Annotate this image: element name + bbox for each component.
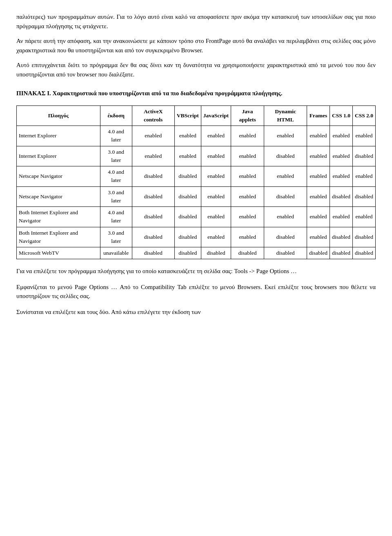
cell-browser: Microsoft WebTV (17, 247, 100, 259)
cell-dhtml: disabled (264, 186, 307, 207)
cell-css2: disabled (352, 186, 375, 207)
cell-version: 3.0 and later (100, 227, 132, 247)
cell-vbscript: enabled (174, 126, 201, 146)
paragraph-1-text: παλιότερες) των προγραμμάτων αυτών. Για … (16, 13, 376, 29)
cell-javascript: enabled (201, 166, 231, 187)
cell-dhtml: enabled (264, 207, 307, 227)
cell-browser: Netscape Navigator (17, 186, 100, 207)
cell-css1: disabled (330, 227, 352, 247)
cell-activex: enabled (132, 126, 174, 146)
cell-dhtml: disabled (264, 247, 307, 259)
paragraph-1: παλιότερες) των προγραμμάτων αυτών. Για … (16, 12, 376, 31)
cell-dhtml: enabled (264, 126, 307, 146)
col-activex: ActiveX controls (132, 105, 174, 126)
cell-version: 4.0 and later (100, 207, 132, 227)
cell-javascript: disabled (201, 247, 231, 259)
table-row: Internet Explorer3.0 and laterenabledena… (17, 146, 376, 166)
cell-frames: disabled (307, 247, 330, 259)
cell-javascript: enabled (201, 126, 231, 146)
footer-text-3: Συνίσταται να επιλέξετε και τους δύο. Απ… (16, 309, 201, 315)
cell-css2: disabled (352, 247, 375, 259)
cell-vbscript: disabled (174, 227, 201, 247)
footer-text-2: Εμφανίζεται το μενού Page Options … Από … (16, 284, 376, 300)
col-java: Java applets (231, 105, 264, 126)
cell-version: 3.0 and later (100, 186, 132, 207)
cell-java: enabled (231, 186, 264, 207)
table-row: Netscape Navigator3.0 and laterdisabledd… (17, 186, 376, 207)
footer-paragraph-2: Εμφανίζεται το μενού Page Options … Από … (16, 283, 376, 301)
cell-css1: disabled (330, 247, 352, 259)
cell-frames: enabled (307, 146, 330, 166)
cell-activex: disabled (132, 186, 174, 207)
cell-vbscript: disabled (174, 186, 201, 207)
table-row: Both Internet Explorer and Navigator4.0 … (17, 207, 376, 227)
cell-activex: disabled (132, 207, 174, 227)
cell-browser: Both Internet Explorer and Navigator (17, 207, 100, 227)
cell-frames: enabled (307, 227, 330, 247)
cell-dhtml: disabled (264, 146, 307, 166)
cell-activex: enabled (132, 146, 174, 166)
cell-version: 4.0 and later (100, 126, 132, 146)
cell-java: enabled (231, 126, 264, 146)
col-javascript: JavaScript (201, 105, 231, 126)
cell-dhtml: disabled (264, 227, 307, 247)
cell-css1: enabled (330, 126, 352, 146)
col-version: έκδοση (100, 105, 132, 126)
cell-version: 3.0 and later (100, 146, 132, 166)
cell-version: 4.0 and later (100, 166, 132, 187)
cell-css1: enabled (330, 146, 352, 166)
cell-vbscript: disabled (174, 247, 201, 259)
table-row: Microsoft WebTVunavailabledisableddisabl… (17, 247, 376, 259)
cell-activex: disabled (132, 227, 174, 247)
paragraph-2: Αν πάρετε αυτή την απόφαση, και την ανακ… (16, 36, 376, 55)
cell-java: enabled (231, 207, 264, 227)
footer-paragraph-3: Συνίσταται να επιλέξετε και τους δύο. Απ… (16, 307, 376, 317)
cell-dhtml: enabled (264, 166, 307, 187)
col-browser: Πλοηγός (17, 105, 100, 126)
cell-java: enabled (231, 166, 264, 187)
cell-browser: Internet Explorer (17, 146, 100, 166)
cell-frames: enabled (307, 207, 330, 227)
footer-text-1: Για να επιλέξετε τον πρόγραμμα πλοήγησης… (16, 268, 297, 274)
cell-browser: Internet Explorer (17, 126, 100, 146)
cell-browser: Both Internet Explorer and Navigator (17, 227, 100, 247)
cell-java: enabled (231, 146, 264, 166)
cell-css2: enabled (352, 166, 375, 187)
cell-css2: enabled (352, 126, 375, 146)
cell-css1: enabled (330, 207, 352, 227)
col-frames: Frames (307, 105, 330, 126)
cell-java: enabled (231, 227, 264, 247)
cell-css2: disabled (352, 227, 375, 247)
paragraph-3-text: Αυτό επιτυγχάνεται διότι το πρόγραμμα δε… (16, 62, 376, 78)
col-vbscript: VBScript (174, 105, 201, 126)
section-title-text: ΠΙΝΑΚΑΣ Ι. Χαρακτηριστικά που υποστηρίζο… (16, 90, 282, 96)
cell-vbscript: disabled (174, 166, 201, 187)
table-row: Both Internet Explorer and Navigator3.0 … (17, 227, 376, 247)
cell-javascript: enabled (201, 227, 231, 247)
browser-compatibility-table: Πλοηγός έκδοση ActiveX controls VBScript… (16, 105, 376, 260)
table-row: Internet Explorer4.0 and laterenabledena… (17, 126, 376, 146)
cell-css1: enabled (330, 166, 352, 187)
col-css1: CSS 1.0 (330, 105, 352, 126)
paragraph-2-text: Αν πάρετε αυτή την απόφαση, και την ανακ… (16, 38, 376, 54)
col-dhtml: Dynamic HTML (264, 105, 307, 126)
cell-frames: enabled (307, 126, 330, 146)
cell-javascript: enabled (201, 146, 231, 166)
cell-javascript: enabled (201, 207, 231, 227)
cell-java: disabled (231, 247, 264, 259)
cell-css2: disabled (352, 146, 375, 166)
paragraph-3: Αυτό επιτυγχάνεται διότι το πρόγραμμα δε… (16, 61, 376, 79)
cell-vbscript: disabled (174, 207, 201, 227)
cell-frames: enabled (307, 186, 330, 207)
footer-paragraph-1: Για να επιλέξετε τον πρόγραμμα πλοήγησης… (16, 267, 376, 276)
table-row: Netscape Navigator4.0 and laterdisabledd… (17, 166, 376, 187)
cell-browser: Netscape Navigator (17, 166, 100, 187)
table-header-row: Πλοηγός έκδοση ActiveX controls VBScript… (17, 105, 376, 126)
cell-activex: disabled (132, 247, 174, 259)
cell-css2: enabled (352, 207, 375, 227)
cell-frames: enabled (307, 166, 330, 187)
cell-version: unavailable (100, 247, 132, 259)
col-css2: CSS 2.0 (352, 105, 375, 126)
cell-javascript: enabled (201, 186, 231, 207)
cell-vbscript: enabled (174, 146, 201, 166)
